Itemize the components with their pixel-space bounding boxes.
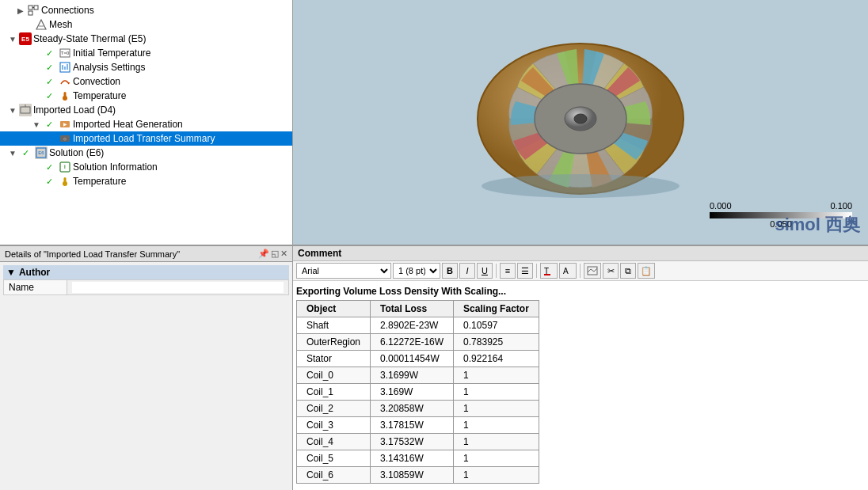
- col-object: Object: [297, 301, 371, 317]
- paste-button[interactable]: 📋: [638, 263, 655, 279]
- connections-label: Connections: [41, 5, 94, 16]
- tree-item-connections[interactable]: ▶ Connections: [0, 3, 292, 17]
- scale-max: 0.100: [830, 201, 852, 211]
- svg-text:◇: ◇: [63, 136, 67, 141]
- cell-scaling_factor-3: 1: [454, 367, 539, 384]
- comment-header: Comment: [293, 246, 868, 261]
- image-button[interactable]: [584, 263, 601, 279]
- highlight-button[interactable]: A: [559, 263, 577, 279]
- svg-point-35: [482, 174, 680, 198]
- cut-button[interactable]: ✂: [603, 263, 619, 279]
- bottom-area: Details of "Imported Load Transfer Summa…: [0, 245, 868, 490]
- cell-scaling_factor-4: 1: [454, 384, 539, 401]
- thermal-label: Steady-State Thermal (E5): [33, 33, 147, 44]
- table-header-row: Object Total Loss Scaling Factor: [297, 301, 539, 317]
- imported-load-label: Imported Load (D4): [33, 104, 116, 116]
- tree-item-transfer-summary[interactable]: ◇ Imported Load Transfer Summary: [0, 131, 292, 146]
- cell-scaling_factor-7: 1: [454, 434, 539, 450]
- author-label: Author: [19, 267, 50, 278]
- transfer-label: Imported Load Transfer Summary: [73, 133, 215, 144]
- heat-gen-label: Imported Heat Generation: [73, 119, 183, 130]
- tree-item-heat-gen[interactable]: ▼ ✓ ▶ Imported Heat Generation: [0, 117, 292, 131]
- table-row: Coil_63.10859W1: [297, 467, 539, 484]
- name-field-value[interactable]: [67, 280, 289, 295]
- svg-marker-4: [36, 20, 46, 29]
- text-color-button[interactable]: T: [540, 263, 558, 279]
- green-check4-icon: ✓: [43, 89, 55, 102]
- convection-icon: [59, 75, 71, 88]
- transfer-icon: ◇: [59, 132, 71, 145]
- expand-icon-sol[interactable]: ▼: [8, 149, 17, 158]
- copy-button[interactable]: ⧉: [620, 263, 636, 279]
- tree-item-mesh[interactable]: Mesh: [0, 17, 292, 32]
- comment-toolbar: Arial Times New Roman Courier New 1 (8 p…: [293, 261, 868, 281]
- tree-item-steady-state[interactable]: ▼ E5 Steady-State Thermal (E5): [0, 32, 292, 46]
- sol-info-icon: i: [59, 161, 71, 173]
- svg-rect-37: [544, 274, 550, 275]
- mesh-icon: [35, 18, 48, 31]
- details-table: Name: [3, 279, 289, 295]
- cell-scaling_factor-8: 1: [454, 450, 539, 467]
- font-select[interactable]: Arial Times New Roman Courier New: [296, 263, 391, 279]
- bold-button[interactable]: B: [442, 263, 458, 279]
- cell-object-3: Coil_0: [297, 367, 371, 384]
- analysis-label: Analysis Settings: [73, 62, 145, 73]
- separator2: [536, 264, 537, 278]
- load-icon: [19, 104, 32, 116]
- tree-item-temperature[interactable]: ✓ Temperature: [0, 89, 292, 103]
- size-select[interactable]: 1 (8 pt) 2 (10 pt) 3 (12 pt): [393, 263, 440, 279]
- top-area: ▶ Connections Mesh ▼ E5: [0, 0, 868, 245]
- cell-object-0: Shaft: [297, 317, 371, 334]
- tree-item-initial-temp[interactable]: ✓ T=0 Initial Temperature: [0, 46, 292, 60]
- tree-item-solution[interactable]: ▼ ✓ E6 Solution (E6): [0, 146, 292, 160]
- cell-total_loss-9: 3.10859W: [371, 467, 454, 484]
- details-pin-icon[interactable]: 📌: [258, 249, 269, 259]
- mesh-label: Mesh: [49, 19, 72, 30]
- convection-label: Convection: [73, 76, 120, 87]
- underline-button[interactable]: U: [477, 263, 493, 279]
- details-section: ▼ Author Name: [0, 262, 292, 298]
- tree-item-analysis[interactable]: ✓ Analysis Settings: [0, 60, 292, 74]
- scale-min: 0.000: [710, 201, 732, 211]
- expand-icon-load[interactable]: ▼: [8, 106, 17, 115]
- cell-scaling_factor-6: 1: [454, 417, 539, 434]
- expand-icon-heat[interactable]: ▼: [32, 120, 41, 129]
- cell-scaling_factor-1: 0.783925: [454, 334, 539, 351]
- cell-total_loss-2: 0.00011454W: [371, 351, 454, 367]
- tree-item-sol-temp[interactable]: ✓ Temperature: [0, 174, 292, 188]
- table-row: Coil_33.17815W1: [297, 417, 539, 434]
- ul-button[interactable]: ☰: [517, 263, 533, 279]
- cell-total_loss-5: 3.20858W: [371, 401, 454, 417]
- svg-line-42: [594, 268, 597, 272]
- data-table: Object Total Loss Scaling Factor Shaft2.…: [296, 300, 539, 484]
- tree-item-imported-load[interactable]: ▼ Imported Load (D4): [0, 103, 292, 117]
- table-row: OuterRegion6.12272E-16W0.783925: [297, 334, 539, 351]
- details-close-icon[interactable]: ✕: [280, 249, 287, 259]
- green-check5-icon: ✓: [43, 118, 55, 131]
- cell-object-9: Coil_6: [297, 467, 371, 484]
- green-check6-icon: ✓: [19, 146, 32, 159]
- tree-item-convection[interactable]: ✓ Convection: [0, 74, 292, 89]
- svg-text:▶: ▶: [63, 122, 67, 127]
- italic-button[interactable]: I: [459, 263, 475, 279]
- details-dock-icon[interactable]: ◱: [271, 249, 279, 259]
- tree-item-sol-info[interactable]: ✓ i Solution Information: [0, 160, 292, 174]
- data-title: Exporting Volume Loss Density With Scali…: [296, 284, 865, 300]
- name-input[interactable]: [72, 282, 284, 293]
- sol-temp-icon: [59, 175, 71, 188]
- author-expand-icon: ▼: [6, 267, 16, 278]
- expand-icon[interactable]: ▶: [16, 6, 25, 15]
- thermal-icon: E5: [19, 32, 32, 45]
- temperature-label: Temperature: [73, 90, 126, 101]
- watermark-text: simol 西奥: [775, 215, 860, 234]
- solution-label: Solution (E6): [49, 147, 104, 158]
- cell-object-7: Coil_4: [297, 434, 371, 450]
- svg-text:E6: E6: [38, 150, 44, 155]
- expand-icon-thermal[interactable]: ▼: [8, 35, 17, 44]
- col-total-loss: Total Loss: [371, 301, 454, 317]
- ol-button[interactable]: ≡: [500, 263, 516, 279]
- author-section-header[interactable]: ▼ Author: [3, 265, 289, 279]
- cell-scaling_factor-5: 1: [454, 401, 539, 417]
- watermark: simol 西奥: [775, 213, 860, 237]
- cell-object-6: Coil_3: [297, 417, 371, 434]
